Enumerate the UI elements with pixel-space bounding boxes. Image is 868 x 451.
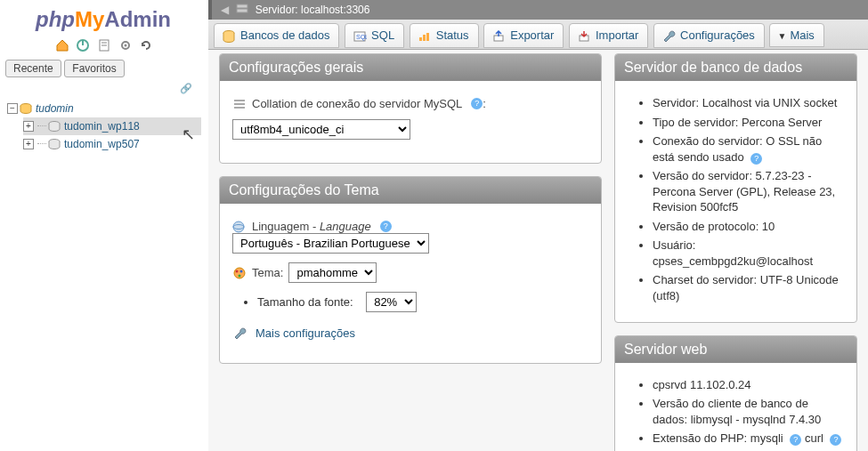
svg-text:SQL: SQL bbox=[356, 34, 367, 41]
fontsize-label: Tamanho da fonte: bbox=[257, 295, 353, 309]
web-server-panel: Servidor web cpsrvd 11.102.0.24Versão do… bbox=[614, 335, 857, 451]
gear-icon[interactable] bbox=[118, 38, 133, 52]
status-icon bbox=[418, 30, 432, 43]
svg-rect-11 bbox=[237, 9, 247, 12]
svg-rect-16 bbox=[423, 35, 426, 41]
collapse-nav-icon[interactable]: ◀ bbox=[221, 0, 230, 20]
server-icon bbox=[236, 1, 248, 20]
tree-expand-icon[interactable]: + bbox=[23, 121, 34, 132]
database-icon bbox=[48, 121, 61, 132]
tab-export[interactable]: Exportar bbox=[483, 23, 564, 48]
svg-point-26 bbox=[236, 270, 239, 272]
language-icon bbox=[232, 221, 247, 233]
svg-point-28 bbox=[239, 274, 241, 277]
panel-title: Configurações do Tema bbox=[220, 177, 601, 204]
theme-settings-panel: Configurações do Tema Linguagem - Langua… bbox=[219, 176, 602, 364]
tab-status[interactable]: Status bbox=[410, 23, 479, 48]
tab-more[interactable]: ▼Mais bbox=[769, 23, 823, 47]
list-item: Conexão do servidor: O SSL não está send… bbox=[653, 133, 844, 165]
list-item: Charset do servidor: UTF-8 Unicode (utf8… bbox=[653, 272, 844, 303]
help-icon[interactable]: ? bbox=[830, 434, 841, 446]
list-item: Versão do cliente de banco de dados: lib… bbox=[653, 396, 844, 427]
wrench-icon bbox=[661, 30, 676, 43]
list-item: cpsrvd 11.102.0.24 bbox=[653, 377, 844, 393]
export-icon bbox=[491, 30, 506, 43]
server-label[interactable]: Servidor: localhost:3306 bbox=[256, 4, 370, 16]
theme-select[interactable]: pmahomme bbox=[288, 262, 377, 283]
recent-tab[interactable]: Recente bbox=[5, 60, 61, 77]
sql-icon: SQL bbox=[353, 30, 367, 43]
list-item: Servidor: Localhost via UNIX socket bbox=[653, 95, 844, 111]
list-item: Versão de protocolo: 10 bbox=[653, 219, 844, 235]
svg-point-27 bbox=[240, 270, 243, 272]
db-server-panel: Servidor de banco de dados Servidor: Loc… bbox=[614, 53, 857, 323]
collation-icon bbox=[232, 98, 247, 110]
tab-databases[interactable]: Bancos de dados bbox=[214, 23, 339, 48]
reload-icon[interactable] bbox=[139, 38, 153, 52]
favorites-tab[interactable]: Favoritos bbox=[64, 60, 124, 77]
tree-root[interactable]: tudomin bbox=[36, 102, 74, 115]
breadcrumb: ◀ Servidor: localhost:3306 bbox=[208, 0, 868, 20]
svg-rect-10 bbox=[237, 4, 247, 8]
import-icon bbox=[577, 30, 591, 43]
more-settings-link[interactable]: Mais configurações bbox=[256, 326, 355, 340]
help-icon[interactable]: ? bbox=[471, 98, 483, 109]
svg-point-23 bbox=[233, 221, 244, 232]
help-icon[interactable]: ? bbox=[750, 153, 762, 165]
theme-icon bbox=[232, 267, 247, 279]
tree-expand-icon[interactable]: + bbox=[23, 139, 34, 149]
collation-select[interactable]: utf8mb4_unicode_ci bbox=[232, 119, 410, 140]
language-label: Linguagem - Language bbox=[252, 220, 371, 233]
tab-settings[interactable]: Configurações bbox=[653, 23, 765, 48]
tree-db-item[interactable]: tudomin_wp118 bbox=[64, 120, 140, 133]
home-icon[interactable] bbox=[55, 38, 69, 52]
svg-point-6 bbox=[124, 44, 126, 46]
panel-title: Servidor de banco de dados bbox=[615, 54, 856, 81]
theme-label: Tema: bbox=[252, 266, 283, 279]
link-icon[interactable]: 🔗 bbox=[180, 83, 192, 93]
panel-title: Servidor web bbox=[615, 336, 856, 363]
general-settings-panel: Configurações gerais Collation de conexã… bbox=[219, 53, 602, 164]
database-icon bbox=[48, 139, 61, 149]
svg-rect-17 bbox=[426, 33, 429, 41]
list-item: Versão do servidor: 5.7.23-23 - Percona … bbox=[653, 168, 844, 215]
svg-rect-15 bbox=[419, 37, 422, 41]
tree-db-item[interactable]: tudomin_wp507 bbox=[64, 138, 140, 150]
collation-label: Collation de conexão do servidor MySQL bbox=[252, 97, 462, 110]
docs-icon[interactable] bbox=[97, 38, 111, 52]
top-tabs: Bancos de dados SQLSQL Status Exportar I… bbox=[208, 20, 868, 50]
logo[interactable]: phpMyAdmin bbox=[0, 0, 208, 36]
tab-import[interactable]: Importar bbox=[569, 23, 648, 48]
help-icon[interactable]: ? bbox=[380, 221, 392, 232]
database-group-icon bbox=[20, 103, 32, 114]
fontsize-select[interactable]: 82% bbox=[366, 292, 417, 312]
panel-title: Configurações gerais bbox=[220, 54, 601, 81]
databases-icon bbox=[222, 30, 236, 43]
tab-sql[interactable]: SQLSQL bbox=[345, 23, 404, 48]
language-select[interactable]: Português - Brazilian Portuguese bbox=[232, 233, 429, 254]
help-icon[interactable]: ? bbox=[790, 434, 801, 446]
wrench-icon bbox=[232, 327, 247, 340]
list-item: Extensão do PHP: mysqli ? curl ? bbox=[653, 431, 844, 447]
list-item: Tipo de servidor: Percona Server bbox=[653, 115, 844, 131]
chevron-down-icon: ▼ bbox=[777, 31, 786, 41]
list-item: Usuário: cpses_cembpgd2ku@localhost bbox=[653, 238, 844, 269]
tree-collapse-icon[interactable]: − bbox=[7, 103, 18, 114]
logout-icon[interactable] bbox=[76, 38, 90, 52]
